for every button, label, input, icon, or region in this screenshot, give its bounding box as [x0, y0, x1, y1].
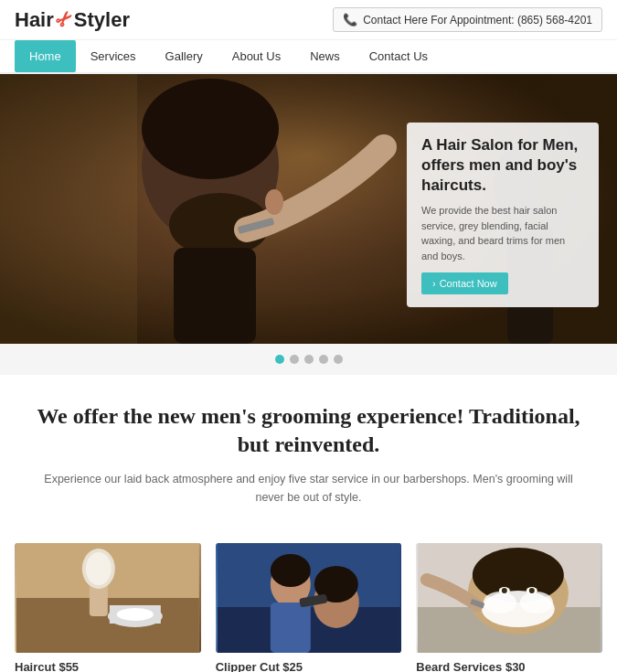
beard-illustration — [416, 543, 602, 653]
cta-label: Contact Now — [440, 278, 497, 289]
nav-item-gallery[interactable]: Gallery — [151, 40, 218, 72]
cta-arrow: › — [432, 278, 436, 289]
navigation: Home Services Gallery About Us News Cont… — [0, 40, 617, 74]
service-label-clipper: Clipper Cut $25 — [216, 660, 402, 672]
dot-5[interactable] — [334, 355, 343, 364]
service-card-haircut: Haircut $55 — [15, 543, 201, 672]
nav-item-about[interactable]: About Us — [218, 40, 295, 72]
contact-button[interactable]: 📞 Contact Here For Appointment: (865) 56… — [333, 7, 602, 32]
service-label-beard: Beard Services $30 — [416, 660, 602, 672]
service-label-haircut: Haircut $55 — [15, 660, 201, 672]
svg-point-19 — [117, 608, 154, 621]
dot-3[interactable] — [304, 355, 314, 364]
svg-rect-10 — [0, 74, 137, 344]
service-image-clipper — [216, 543, 402, 653]
contact-label: Contact Here For Appointment: (865) 568-… — [363, 14, 592, 27]
nav-item-services[interactable]: Services — [76, 40, 151, 72]
svg-point-34 — [520, 592, 553, 613]
svg-point-37 — [502, 588, 507, 593]
svg-point-3 — [142, 79, 279, 179]
svg-rect-24 — [271, 603, 311, 653]
nav-item-contact[interactable]: Contact Us — [355, 40, 442, 72]
service-card-beard: Beard Services $30 — [416, 543, 602, 672]
contact-now-button[interactable]: › Contact Now — [421, 272, 508, 294]
haircut-illustration — [15, 543, 201, 653]
svg-point-7 — [265, 189, 283, 215]
dot-1[interactable] — [275, 355, 284, 364]
slider-dots — [0, 344, 617, 375]
service-image-haircut — [15, 543, 201, 653]
logo: Hair ✂ Styler — [15, 8, 130, 32]
logo-text-before: Hair — [15, 8, 54, 32]
svg-rect-5 — [174, 248, 256, 344]
service-image-beard — [416, 543, 602, 653]
svg-point-23 — [271, 554, 311, 587]
services-section: Haircut $55 Clipper Cut $25 — [0, 525, 617, 672]
svg-point-38 — [529, 588, 535, 593]
hero-card: A Hair Salon for Men, offers men and boy… — [407, 123, 599, 307]
svg-point-15 — [86, 552, 112, 585]
phone-icon: 📞 — [343, 13, 357, 27]
hero-card-description: We provide the best hair salon service, … — [421, 203, 584, 263]
nav-item-news[interactable]: News — [295, 40, 355, 72]
service-card-clipper: Clipper Cut $25 — [216, 543, 402, 672]
tagline-section: We offer the new men's grooming experien… — [0, 375, 617, 525]
tagline-subtext: Experience our laid back atmosphere and … — [37, 470, 580, 507]
clipper-illustration — [216, 543, 402, 653]
dot-4[interactable] — [319, 355, 328, 364]
logo-text-after: Styler — [74, 8, 130, 32]
tagline-heading: We offer the new men's grooming experien… — [37, 402, 580, 459]
nav-item-home[interactable]: Home — [15, 40, 76, 72]
hero-section: A Hair Salon for Men, offers men and boy… — [0, 74, 617, 344]
svg-point-33 — [484, 592, 516, 613]
header: Hair ✂ Styler 📞 Contact Here For Appoint… — [0, 0, 617, 40]
dot-2[interactable] — [290, 355, 299, 364]
hero-card-heading: A Hair Salon for Men, offers men and boy… — [421, 135, 584, 196]
